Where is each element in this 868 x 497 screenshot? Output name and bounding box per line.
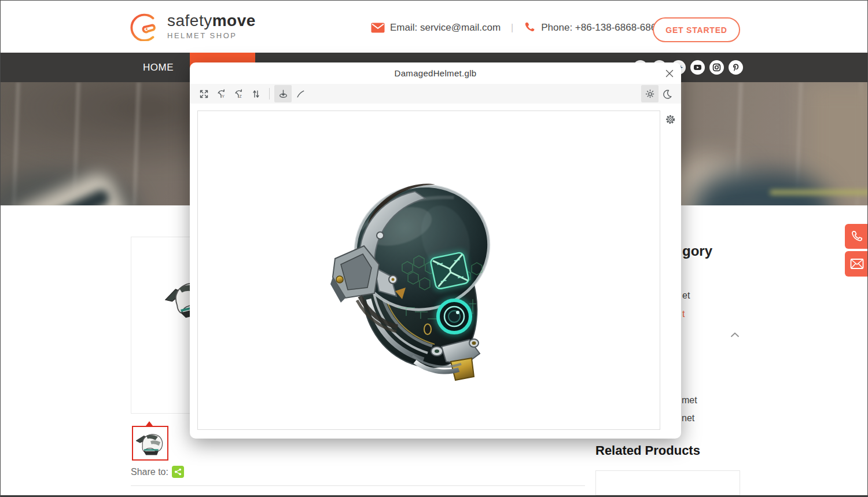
phone-outline-icon — [851, 230, 863, 243]
instagram-icon[interactable] — [709, 60, 724, 75]
youtube-icon[interactable] — [690, 60, 705, 75]
phone-link[interactable]: Phone: +86-138-6868-6868 — [524, 21, 661, 34]
envelope-outline-icon — [850, 258, 864, 270]
site-logo[interactable]: safetymove HELMET SHOP — [129, 10, 256, 41]
dark-theme-icon[interactable] — [659, 85, 676, 102]
drop-to-ground-icon[interactable] — [274, 85, 292, 102]
damaged-helmet-3d-model[interactable] — [328, 178, 513, 386]
pinterest-icon[interactable] — [729, 60, 743, 75]
share-row: Share to: — [131, 466, 184, 478]
svg-text:Y: Y — [222, 94, 225, 98]
modal-title: DamagedHelmet.glb — [395, 68, 477, 78]
light-theme-icon[interactable] — [641, 85, 659, 102]
related-products-heading: Related Products — [595, 443, 700, 458]
email-text: Email: service@mail.com — [390, 22, 501, 34]
chevron-up-icon[interactable] — [730, 329, 740, 340]
floating-phone-button[interactable] — [845, 224, 868, 249]
site-header: safetymove HELMET SHOP Email: service@ma… — [1, 1, 868, 53]
gear-icon[interactable] — [664, 113, 676, 126]
share-network-icon[interactable] — [172, 466, 184, 478]
motocross-helmet-thumb-image — [135, 429, 165, 457]
related-product-card[interactable] — [595, 470, 740, 495]
toolbar-divider — [269, 88, 270, 100]
category-item-fragment[interactable]: net — [682, 413, 694, 424]
viewer-toolbar: Y Z — [190, 84, 681, 104]
flip-vertical-icon[interactable] — [247, 85, 264, 102]
category-item-fragment-active[interactable]: t — [682, 309, 685, 319]
rotate-z-icon[interactable]: Z — [230, 85, 247, 102]
model-viewer-modal: DamagedHelmet.glb Y Z — [190, 62, 681, 439]
fullscreen-icon[interactable] — [195, 85, 212, 102]
modal-titlebar: DamagedHelmet.glb — [190, 62, 681, 84]
helmet-logo-icon — [129, 10, 160, 41]
content-divider — [131, 485, 585, 486]
brand-name: safetymove — [167, 12, 256, 30]
thumbnail-pointer — [146, 421, 153, 426]
page: safetymove HELMET SHOP Email: service@ma… — [0, 0, 868, 497]
close-icon[interactable] — [664, 68, 675, 79]
phone-text: Phone: +86-138-6868-6868 — [541, 22, 661, 34]
brand-tagline: HELMET SHOP — [167, 31, 256, 40]
email-link[interactable]: Email: service@mail.com — [371, 22, 501, 34]
get-started-button[interactable]: GET STARTED — [653, 17, 740, 42]
category-item-fragment[interactable]: et — [682, 290, 690, 301]
contact-separator: | — [511, 23, 513, 33]
share-label: Share to: — [131, 467, 168, 477]
category-heading-fragment: gory — [682, 243, 712, 259]
category-item-fragment[interactable]: met — [682, 395, 697, 406]
phone-icon — [524, 21, 536, 34]
nav-item-home[interactable]: HOME — [143, 53, 174, 82]
product-thumbnail-selected[interactable] — [132, 426, 168, 461]
floating-mail-button[interactable] — [845, 251, 868, 277]
rotate-y-icon[interactable]: Y — [212, 85, 230, 102]
envelope-icon — [371, 23, 385, 33]
measure-icon[interactable] — [292, 85, 309, 102]
header-contact: Email: service@mail.com | Phone: +86-138… — [371, 21, 662, 34]
viewer-canvas[interactable] — [197, 111, 660, 430]
svg-text:Z: Z — [239, 94, 241, 98]
